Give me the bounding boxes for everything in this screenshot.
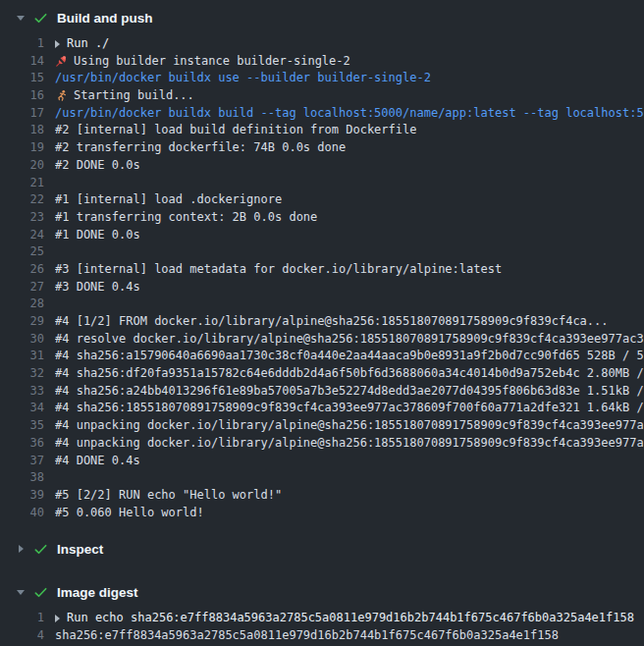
line-number[interactable]: 18 — [0, 122, 44, 139]
log-line: 40#5 0.060 Hello world! — [0, 505, 644, 522]
line-content: Using builder instance builder-single-2 — [55, 53, 350, 71]
log-line: 16Starting build... — [0, 87, 644, 105]
line-number[interactable]: 34 — [0, 400, 44, 417]
line-number[interactable]: 17 — [0, 105, 44, 123]
line-content: #1 transferring context: 2B 0.0s done — [55, 209, 317, 227]
line-content: Run ./ — [55, 35, 109, 53]
line-number[interactable]: 35 — [0, 417, 44, 435]
line-number[interactable]: 32 — [0, 365, 44, 383]
log-group-line[interactable]: 1Run echo sha256:e7ff8834a5963a2785c5a08… — [0, 610, 644, 627]
log-line: 4sha256:e7ff8834a5963a2785c5a0811e979d16… — [0, 627, 644, 645]
log-text: #5 [2/2] RUN echo "Hello world!" — [55, 487, 282, 505]
line-number[interactable]: 40 — [0, 505, 44, 522]
runner-icon — [55, 89, 68, 102]
line-number[interactable]: 1 — [0, 610, 44, 627]
log-line: 24#1 DONE 0.0s — [0, 227, 644, 244]
line-number[interactable]: 20 — [0, 157, 44, 175]
line-number[interactable]: 33 — [0, 383, 44, 401]
log-text: sha256:e7ff8834a5963a2785c5a0811e979d16b… — [55, 627, 559, 645]
log-line: 36#4 unpacking docker.io/library/alpine@… — [0, 435, 644, 453]
log-line: 17/usr/bin/docker buildx build --tag loc… — [0, 105, 644, 123]
line-number[interactable]: 4 — [0, 627, 44, 645]
chevron-right-icon[interactable] — [55, 40, 60, 48]
chevron-down-icon[interactable] — [15, 590, 27, 595]
log-text: #4 unpacking docker.io/library/alpine@sh… — [55, 417, 644, 435]
line-number[interactable]: 36 — [0, 435, 44, 453]
section-header[interactable]: Image digest — [0, 574, 644, 610]
log-line: 25 — [0, 243, 644, 261]
log-text: #4 [1/2] FROM docker.io/library/alpine@s… — [55, 313, 609, 331]
log-text: #4 sha256:185518070891758909c9f839cf4ca3… — [55, 400, 644, 417]
log-text: Run echo sha256:e7ff8834a5963a2785c5a081… — [67, 610, 634, 627]
line-number[interactable]: 30 — [0, 331, 44, 349]
line-content: #2 transferring dockerfile: 74B 0.0s don… — [55, 139, 346, 157]
chevron-down-icon[interactable] — [15, 16, 27, 21]
line-number[interactable]: 39 — [0, 487, 44, 505]
line-number[interactable]: 31 — [0, 348, 44, 365]
log-text: #2 DONE 0.0s — [55, 157, 140, 175]
log-text: #4 sha256:df20fa9351a15782c64e6dddb2d4a6… — [55, 365, 644, 383]
line-content: #4 unpacking docker.io/library/alpine@sh… — [55, 417, 644, 435]
chevron-right-icon[interactable] — [15, 545, 27, 553]
log-text: Run ./ — [67, 35, 109, 53]
line-content: #3 [internal] load metadata for docker.i… — [55, 261, 502, 279]
log-line: 38 — [0, 469, 644, 487]
line-content: #4 sha256:185518070891758909c9f839cf4ca3… — [55, 400, 644, 417]
log-line: 35#4 unpacking docker.io/library/alpine@… — [0, 417, 644, 435]
line-content: #1 [internal] load .dockerignore — [55, 191, 282, 209]
log-section-build-and-push: Build and push1Run ./14Using builder ins… — [0, 0, 644, 523]
section-header[interactable]: Inspect — [0, 531, 644, 566]
line-content: #4 sha256:df20fa9351a15782c64e6dddb2d4a6… — [55, 365, 644, 383]
line-number[interactable]: 29 — [0, 313, 44, 331]
log-text: #5 0.060 Hello world! — [55, 505, 204, 522]
section-title: Inspect — [57, 542, 103, 557]
line-number[interactable]: 21 — [0, 175, 44, 192]
log-line: 30#4 resolve docker.io/library/alpine@sh… — [0, 331, 644, 349]
line-number[interactable]: 24 — [0, 227, 44, 244]
check-icon — [33, 585, 48, 600]
log-line: 23#1 transferring context: 2B 0.0s done — [0, 209, 644, 227]
log-text: #2 [internal] load build definition from… — [55, 122, 416, 139]
line-content: /usr/bin/docker buildx use --builder bui… — [55, 70, 431, 87]
section-title: Image digest — [57, 585, 138, 600]
log-text: #2 transferring dockerfile: 74B 0.0s don… — [55, 139, 346, 157]
log-section-inspect: Inspect — [0, 531, 644, 566]
log-line: 27#3 DONE 0.4s — [0, 279, 644, 296]
log-group-line[interactable]: 1Run ./ — [0, 35, 644, 53]
line-number[interactable]: 37 — [0, 453, 44, 470]
log-line: 29#4 [1/2] FROM docker.io/library/alpine… — [0, 313, 644, 331]
line-number[interactable]: 28 — [0, 296, 44, 313]
line-number[interactable]: 14 — [0, 53, 44, 71]
line-content: /usr/bin/docker buildx build --tag local… — [55, 105, 644, 123]
check-icon — [33, 542, 48, 557]
section-body: 1Run ./14Using builder instance builder-… — [0, 35, 644, 523]
line-content: #4 sha256:a24bb4013296f61e89ba57005a7b3e… — [55, 383, 644, 401]
line-content: #2 DONE 0.0s — [55, 157, 140, 175]
log-text: #3 DONE 0.4s — [55, 279, 140, 296]
line-number[interactable]: 26 — [0, 261, 44, 279]
log-text: #3 [internal] load metadata for docker.i… — [55, 261, 502, 279]
line-number[interactable]: 1 — [0, 35, 44, 53]
line-number[interactable]: 22 — [0, 191, 44, 209]
line-number[interactable]: 15 — [0, 70, 44, 87]
line-number[interactable]: 25 — [0, 243, 44, 261]
line-number[interactable]: 38 — [0, 469, 44, 487]
chevron-right-icon[interactable] — [55, 615, 60, 622]
log-text: /usr/bin/docker buildx build --tag local… — [55, 105, 644, 123]
log-text: #1 [internal] load .dockerignore — [55, 191, 282, 209]
section-header[interactable]: Build and push — [0, 0, 644, 35]
line-number[interactable]: 19 — [0, 139, 44, 157]
line-number[interactable]: 16 — [0, 87, 44, 105]
line-content: sha256:e7ff8834a5963a2785c5a0811e979d16b… — [55, 627, 559, 645]
line-number[interactable]: 27 — [0, 279, 44, 296]
log-line: 18#2 [internal] load build definition fr… — [0, 122, 644, 139]
log-line: 15/usr/bin/docker buildx use --builder b… — [0, 70, 644, 87]
log-line: 28 — [0, 296, 644, 313]
log-text: #4 sha256:a24bb4013296f61e89ba57005a7b3e… — [55, 383, 644, 401]
line-content: #5 0.060 Hello world! — [55, 505, 204, 522]
line-number[interactable]: 23 — [0, 209, 44, 227]
line-content: #4 [1/2] FROM docker.io/library/alpine@s… — [55, 313, 609, 331]
log-section-image-digest: Image digest1Run echo sha256:e7ff8834a59… — [0, 574, 644, 646]
log-text: #1 DONE 0.0s — [55, 227, 140, 244]
log-line: 37#4 DONE 0.4s — [0, 453, 644, 470]
